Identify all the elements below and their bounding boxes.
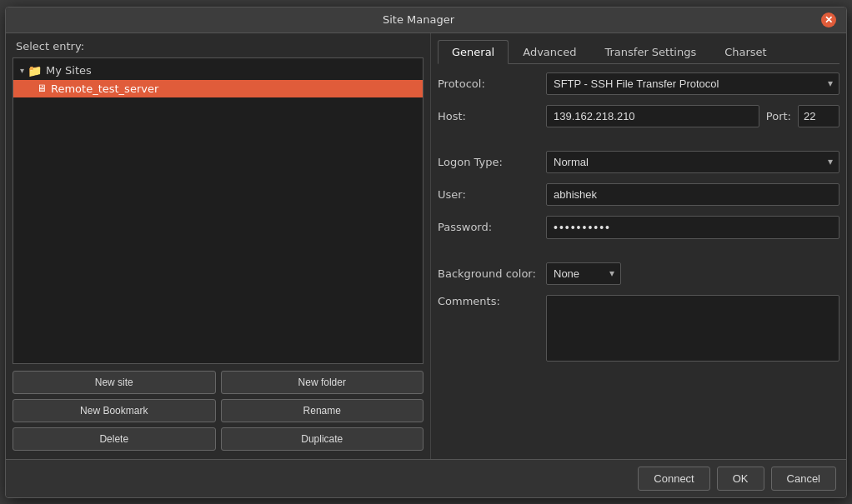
port-input[interactable] [798, 105, 839, 127]
new-folder-button[interactable]: New folder [221, 371, 424, 394]
tab-charset[interactable]: Charset [710, 40, 781, 64]
tab-advanced[interactable]: Advanced [509, 40, 590, 64]
right-panel: General Advanced Transfer Settings Chars… [431, 33, 846, 459]
logon-type-select[interactable]: Normal Anonymous Ask for password Intera… [546, 151, 839, 173]
tree-child-label: Remote_test_server [51, 82, 158, 95]
user-row: User: [438, 183, 839, 206]
password-label: Password: [438, 221, 546, 233]
cancel-button[interactable]: Cancel [771, 467, 836, 491]
logon-type-select-wrapper: Normal Anonymous Ask for password Intera… [546, 151, 839, 173]
server-icon: 🖥 [37, 82, 47, 94]
protocol-select[interactable]: SFTP - SSH File Transfer Protocol FTP - … [546, 72, 839, 95]
duplicate-button[interactable]: Duplicate [221, 427, 424, 451]
tree-root-item[interactable]: ▾ 📁 My Sites [13, 62, 423, 80]
host-port-group: Port: [546, 105, 839, 127]
rename-button[interactable]: Rename [221, 399, 424, 422]
user-label: User: [438, 188, 546, 201]
left-panel: Select entry: ▾ 📁 My Sites 🖥 Remote_test… [6, 33, 431, 459]
host-input[interactable] [546, 105, 759, 127]
tree-root-label: My Sites [46, 64, 92, 77]
buttons-area: New site New folder New Bookmark Rename … [6, 371, 430, 459]
site-manager-dialog: Site Manager ✕ Select entry: ▾ 📁 My Site… [5, 7, 847, 498]
tree-chevron-icon: ▾ [20, 66, 24, 75]
user-input[interactable] [546, 183, 839, 206]
host-label: Host: [438, 110, 546, 122]
password-row: Password: [438, 216, 839, 239]
select-entry-label: Select entry: [6, 40, 430, 57]
background-color-select[interactable]: None Red Green Blue Yellow [546, 262, 621, 285]
logon-type-label: Logon Type: [438, 156, 546, 168]
background-color-row: Background color: None Red Green Blue Ye… [438, 262, 839, 285]
delete-button[interactable]: Delete [13, 427, 216, 451]
connect-button[interactable]: Connect [638, 467, 709, 491]
tree-area: ▾ 📁 My Sites 🖥 Remote_test_server [13, 57, 423, 364]
new-bookmark-button[interactable]: New Bookmark [13, 399, 216, 422]
titlebar: Site Manager ✕ [6, 7, 846, 33]
bgcolor-select-wrapper: None Red Green Blue Yellow ▾ [546, 262, 621, 285]
host-row: Host: Port: [438, 105, 839, 127]
protocol-select-wrapper: SFTP - SSH File Transfer Protocol FTP - … [546, 72, 839, 95]
tab-general[interactable]: General [438, 40, 509, 64]
ok-button[interactable]: OK [717, 467, 764, 491]
comments-label: Comments: [438, 295, 546, 307]
comments-row: Comments: [438, 295, 839, 362]
password-input[interactable] [546, 216, 839, 239]
dialog-body: Select entry: ▾ 📁 My Sites 🖥 Remote_test… [6, 33, 846, 459]
tree-child-item[interactable]: 🖥 Remote_test_server [13, 80, 423, 97]
form-area: Protocol: SFTP - SSH File Transfer Proto… [438, 72, 839, 452]
new-site-button[interactable]: New site [13, 371, 216, 394]
tabs-bar: General Advanced Transfer Settings Chars… [438, 40, 839, 64]
folder-icon: 📁 [28, 64, 42, 77]
background-color-label: Background color: [438, 267, 546, 280]
protocol-label: Protocol: [438, 77, 546, 90]
port-label: Port: [766, 110, 791, 122]
dialog-title: Site Manager [16, 13, 821, 26]
comments-textarea[interactable] [546, 295, 839, 362]
logon-type-row: Logon Type: Normal Anonymous Ask for pas… [438, 151, 839, 173]
protocol-row: Protocol: SFTP - SSH File Transfer Proto… [438, 72, 839, 95]
tab-transfer-settings[interactable]: Transfer Settings [590, 40, 710, 64]
close-button[interactable]: ✕ [821, 12, 836, 27]
bottom-bar: Connect OK Cancel [6, 459, 846, 497]
